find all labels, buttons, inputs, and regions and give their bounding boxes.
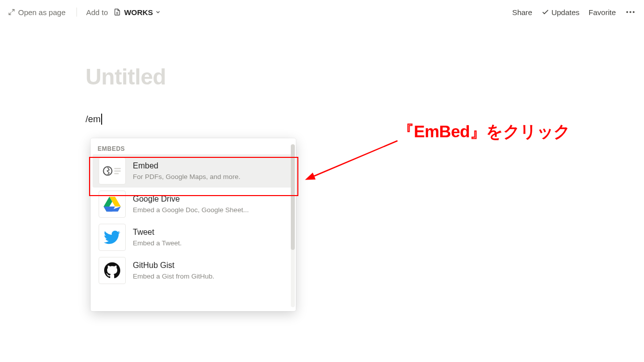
menu-item-github-gist[interactable]: GitHub Gist Embed a Gist from GitHub. [93, 254, 294, 287]
topbar-left: Open as page Add to WORKS [8, 8, 161, 17]
updates-button[interactable]: Updates [541, 8, 580, 17]
more-icon [625, 7, 636, 18]
annotation-text: 『EmBed』をクリック [397, 121, 571, 143]
slash-command-text: /em [86, 114, 101, 125]
topbar: Open as page Add to WORKS Share [0, 0, 644, 24]
check-icon [541, 8, 549, 16]
favorite-button[interactable]: Favorite [589, 8, 616, 17]
twitter-icon [99, 224, 126, 251]
menu-item-title: Embed [133, 161, 240, 171]
expand-icon [8, 9, 15, 16]
embed-icon [99, 157, 126, 185]
svg-rect-6 [114, 173, 119, 174]
topbar-divider [76, 8, 77, 17]
svg-line-7 [312, 141, 397, 177]
menu-item-tweet[interactable]: Tweet Embed a Tweet. [93, 221, 294, 254]
add-to-label: Add to [86, 8, 108, 17]
svg-point-0 [626, 11, 628, 13]
more-button[interactable] [625, 7, 636, 18]
page-icon [113, 8, 121, 16]
svg-point-2 [633, 11, 635, 13]
menu-item-title: GitHub Gist [133, 260, 214, 271]
open-as-page-label: Open as page [18, 8, 65, 17]
popup-section-label: EMBEDS [91, 141, 296, 154]
favorite-label: Favorite [589, 8, 616, 17]
menu-item-google-drive[interactable]: Google Drive Embed a Google Doc, Google … [93, 188, 294, 221]
share-button[interactable]: Share [512, 8, 532, 17]
menu-item-title: Google Drive [133, 194, 249, 205]
menu-item-desc: For PDFs, Google Maps, and more. [133, 172, 240, 182]
github-icon [99, 257, 126, 284]
menu-item-desc: Embed a Gist from GitHub. [133, 272, 214, 281]
menu-item-embed[interactable]: Embed For PDFs, Google Maps, and more. [93, 154, 294, 188]
svg-rect-5 [114, 170, 121, 171]
page-body: Untitled /em [0, 24, 644, 125]
page-title-placeholder[interactable]: Untitled [86, 64, 558, 89]
add-to-button[interactable]: Add to WORKS [86, 8, 161, 17]
menu-item-title: Tweet [133, 227, 182, 238]
text-caret [101, 114, 102, 125]
topbar-right: Share Updates Favorite [512, 7, 636, 18]
breadcrumb-page-label: WORKS [124, 8, 153, 17]
annotation-arrow [302, 136, 413, 196]
google-drive-icon [99, 191, 126, 218]
chevron-down-icon [155, 9, 161, 15]
open-as-page-button[interactable]: Open as page [8, 8, 65, 17]
updates-label: Updates [551, 8, 580, 17]
menu-item-desc: Embed a Google Doc, Google Sheet... [133, 206, 249, 215]
svg-point-1 [629, 11, 631, 13]
breadcrumb-page[interactable]: WORKS [124, 8, 162, 17]
menu-item-desc: Embed a Tweet. [133, 239, 182, 248]
popup-scrollbar-thumb[interactable] [291, 144, 295, 250]
share-label: Share [512, 8, 532, 17]
svg-rect-4 [114, 168, 121, 169]
slash-menu-popup: EMBEDS Embed For PDFs, Google Maps, and … [91, 138, 296, 311]
